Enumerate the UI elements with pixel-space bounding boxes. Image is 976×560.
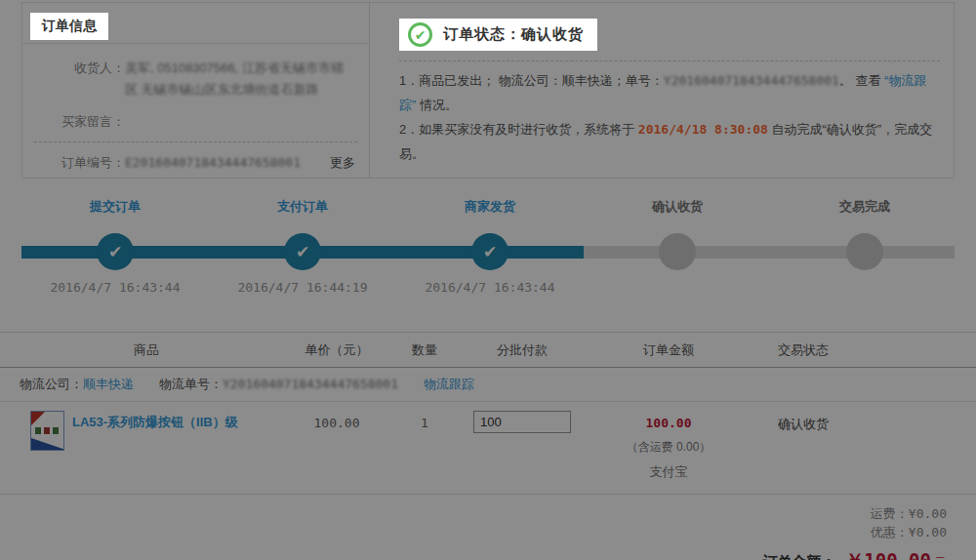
order-status-highlight: ✔ 订单状态：确认收货 xyxy=(399,19,597,51)
dim-overlay xyxy=(0,0,976,560)
order-status-text: 订单状态：确认收货 xyxy=(443,25,584,44)
status-check-icon: ✔ xyxy=(408,22,432,47)
order-info-title: 订单信息 xyxy=(30,13,108,40)
order-detail-page: 订单信息 收货人： 吴军, 05108307566, 江苏省无锡市市辖区 无锡市… xyxy=(0,0,976,560)
